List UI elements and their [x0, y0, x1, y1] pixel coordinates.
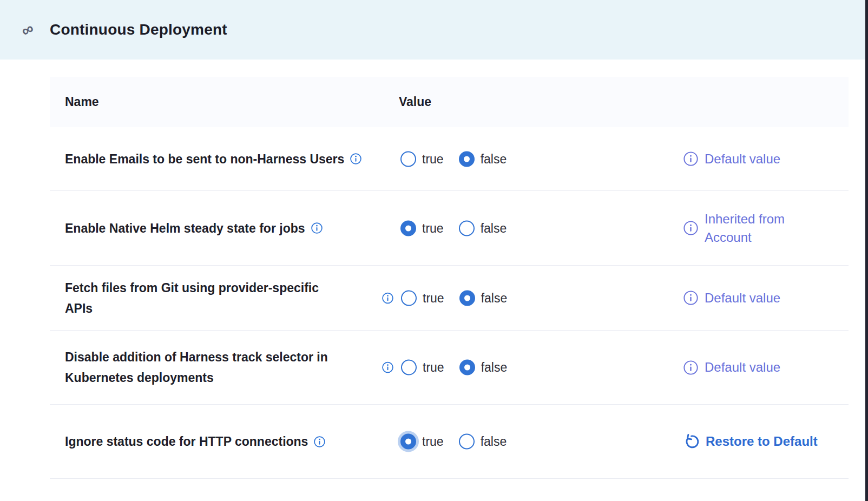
radio-false-label[interactable]: false [481, 291, 508, 305]
radio-false-label[interactable]: false [481, 221, 507, 235]
radio-true-label[interactable]: true [422, 434, 444, 449]
radio-true[interactable] [400, 434, 416, 450]
radio-false-label[interactable]: false [481, 434, 507, 449]
radio-option-false[interactable]: false [459, 290, 508, 306]
setting-status: Default value [683, 289, 780, 307]
setting-label: Fetch files from Git using provider-spec… [65, 278, 349, 319]
radio-false[interactable] [459, 151, 475, 167]
true-false-radio-group: true false [401, 290, 507, 306]
setting-label: Disable addition of Harness track select… [65, 347, 349, 388]
info-icon[interactable] [311, 222, 323, 234]
column-header-value: Value [399, 95, 431, 109]
settings-table: Name Value Enable Emails to be sent to n… [50, 77, 849, 479]
status-label[interactable]: Restore to Default [706, 432, 818, 451]
section-title: Continuous Deployment [50, 21, 227, 38]
radio-true-label[interactable]: true [422, 221, 444, 235]
info-icon[interactable] [683, 290, 699, 306]
info-icon[interactable] [683, 220, 699, 236]
true-false-radio-group: true false [400, 151, 507, 167]
info-icon[interactable] [683, 151, 699, 167]
setting-value-cell: true false [382, 290, 507, 306]
radio-false[interactable] [459, 434, 475, 450]
radio-false[interactable] [459, 360, 475, 375]
true-false-radio-group: true false [400, 220, 507, 236]
setting-value-cell: true false [382, 220, 507, 236]
radio-true[interactable] [401, 290, 417, 306]
info-icon[interactable] [683, 360, 699, 375]
setting-value-cell: true false [382, 151, 507, 167]
setting-status: Default value [683, 358, 780, 377]
window-edge [865, 0, 868, 501]
radio-false-label[interactable]: false [481, 360, 508, 375]
status-label[interactable]: Default value [705, 150, 780, 168]
radio-option-true[interactable]: true [401, 290, 444, 306]
setting-name-cell: Enable Native Helm steady state for jobs [50, 218, 323, 239]
radio-option-false[interactable]: false [459, 220, 507, 236]
radio-option-false[interactable]: false [459, 360, 508, 375]
table-header-row: Name Value [50, 77, 849, 127]
table-row: Fetch files from Git using provider-spec… [50, 266, 849, 331]
setting-status: Restore to Default [683, 432, 818, 451]
section-header: ∞ Continuous Deployment [0, 0, 868, 60]
setting-status: Inherited from Account [683, 210, 821, 247]
status-label[interactable]: Default value [705, 289, 780, 307]
setting-name-cell: Fetch files from Git using provider-spec… [50, 278, 349, 319]
radio-false[interactable] [459, 290, 475, 306]
radio-option-true[interactable]: true [400, 434, 444, 450]
setting-label: Enable Native Helm steady state for jobs [65, 218, 305, 239]
radio-true[interactable] [400, 151, 416, 167]
status-label[interactable]: Default value [705, 358, 780, 377]
radio-true-label[interactable]: true [423, 291, 444, 305]
table-row: Enable Emails to be sent to non-Harness … [50, 127, 849, 191]
info-icon[interactable] [382, 361, 394, 374]
column-header-name: Name [50, 95, 99, 109]
radio-true-label[interactable]: true [422, 151, 444, 166]
setting-value-cell: true false [382, 360, 507, 375]
table-row: Enable Native Helm steady state for jobs [50, 191, 849, 266]
radio-true[interactable] [400, 220, 416, 236]
radio-option-false[interactable]: false [459, 434, 507, 450]
table-row: Disable addition of Harness track select… [50, 331, 849, 405]
setting-label: Enable Emails to be sent to non-Harness … [65, 149, 344, 169]
setting-name-cell: Ignore status code for HTTP connections [50, 431, 326, 452]
true-false-radio-group: true false [400, 434, 507, 450]
settings-rows: Enable Emails to be sent to non-Harness … [50, 127, 849, 479]
radio-option-true[interactable]: true [400, 151, 444, 167]
true-false-radio-group: true false [401, 360, 507, 375]
radio-option-true[interactable]: true [400, 220, 444, 236]
setting-value-cell: true false [382, 434, 507, 450]
info-icon[interactable] [382, 292, 394, 304]
radio-true[interactable] [401, 360, 417, 375]
radio-false-label[interactable]: false [481, 151, 507, 166]
restore-icon[interactable] [683, 433, 700, 450]
setting-name-cell: Enable Emails to be sent to non-Harness … [50, 149, 362, 169]
radio-false[interactable] [459, 220, 475, 236]
status-label[interactable]: Inherited from Account [705, 210, 821, 247]
setting-name-cell: Disable addition of Harness track select… [50, 347, 349, 388]
radio-true-label[interactable]: true [423, 360, 444, 375]
info-icon[interactable] [350, 153, 362, 165]
cd-infinity-icon[interactable]: ∞ [18, 20, 36, 40]
setting-label: Ignore status code for HTTP connections [65, 431, 308, 452]
radio-option-false[interactable]: false [459, 151, 507, 167]
radio-option-true[interactable]: true [401, 360, 444, 375]
info-icon[interactable] [313, 436, 326, 448]
table-row: Ignore status code for HTTP connections [50, 405, 849, 479]
setting-status: Default value [683, 150, 780, 168]
